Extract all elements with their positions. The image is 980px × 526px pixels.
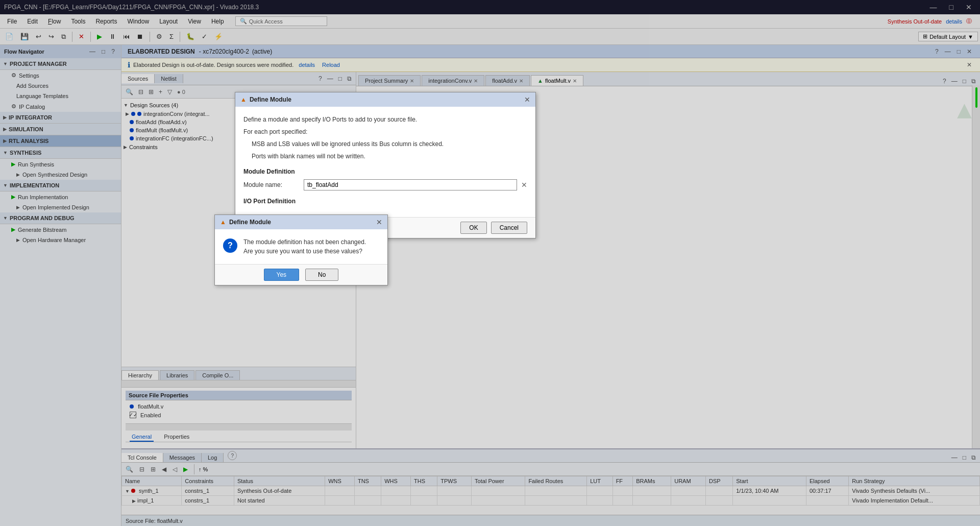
- dialog-confirm-header: ▲ Define Module ✕: [215, 215, 387, 229]
- dialog-confirm-no-button[interactable]: No: [305, 269, 338, 281]
- dialog-define-desc2: For each port specified:: [243, 127, 527, 136]
- dialog-define-ok-button[interactable]: OK: [460, 222, 486, 234]
- question-icon: ?: [223, 238, 237, 253]
- dialog-define-cancel-button[interactable]: Cancel: [491, 222, 527, 234]
- dialog-define-close-button[interactable]: ✕: [524, 95, 530, 104]
- dialog-define-body: Define a module and specify I/O Ports to…: [235, 107, 535, 217]
- dialog-define-title: Define Module: [250, 96, 291, 103]
- dialog-define-module-section: Module Definition Module name: ✕: [243, 168, 527, 190]
- dialog-define-module-name-input[interactable]: [304, 179, 517, 190]
- modal-overlay: [0, 0, 980, 526]
- dialog-confirm-line2: Are you sure you want to use these value…: [243, 247, 366, 256]
- dialog-define-io-title: I/O Port Definition: [243, 198, 527, 205]
- dialog-define-io-section: I/O Port Definition: [243, 198, 527, 205]
- dialog-define-bullet1: MSB and LSB values will be ignored unles…: [252, 139, 527, 149]
- dialog-define-module-name-label: Module name:: [243, 181, 300, 188]
- dialog-confirm-vivado-icon: ▲: [220, 219, 226, 226]
- dialog-define-section-title: Module Definition: [243, 168, 527, 175]
- dialog-define-desc1: Define a module and specify I/O Ports to…: [243, 115, 527, 124]
- dialog-confirm-yes-button[interactable]: Yes: [264, 269, 300, 281]
- dialog-define-module-name-row: Module name: ✕: [243, 179, 527, 190]
- dialog-confirm: ▲ Define Module ✕ ? The module definitio…: [214, 214, 388, 285]
- dialog-define-vivado-icon: ▲: [240, 96, 247, 103]
- dialog-confirm-footer: Yes No: [215, 264, 387, 285]
- dialog-define-bullet2: Ports with blank names will not be writt…: [252, 152, 527, 161]
- dialog-confirm-close-button[interactable]: ✕: [376, 218, 382, 226]
- dialog-confirm-title: Define Module: [229, 219, 271, 226]
- dialog-confirm-body: ? The module definition has not been cha…: [215, 229, 387, 264]
- dialog-confirm-line1: The module definition has not been chang…: [243, 237, 366, 247]
- dialog-define-bullets: MSB and LSB values will be ignored unles…: [252, 139, 527, 161]
- dialog-define-header: ▲ Define Module ✕: [235, 92, 535, 107]
- dialog-define-clear-button[interactable]: ✕: [521, 181, 527, 189]
- dialog-confirm-message: The module definition has not been chang…: [243, 237, 366, 256]
